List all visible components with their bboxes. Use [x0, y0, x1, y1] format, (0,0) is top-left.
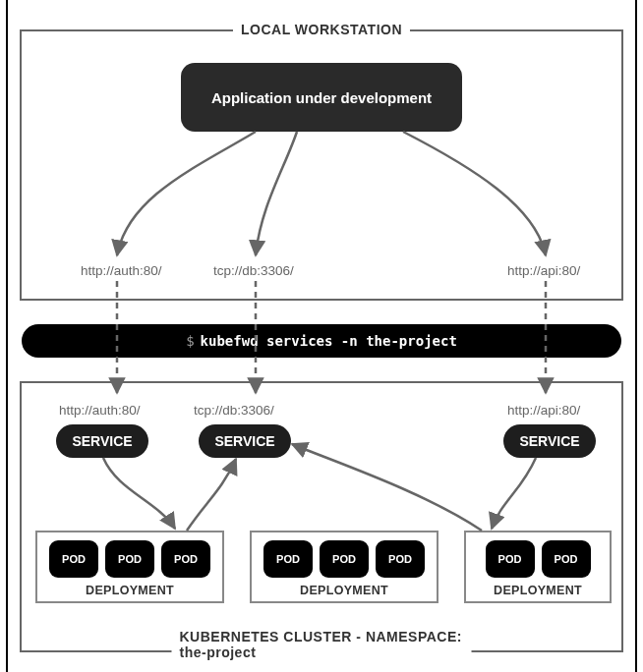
pod: POD: [320, 540, 369, 578]
local-url-auth: http://auth:80/: [81, 263, 162, 278]
cluster-url-api: http://api:80/: [507, 403, 580, 418]
service-auth: SERVICE: [56, 424, 148, 458]
deployment-label: DEPLOYMENT: [466, 584, 610, 597]
deployment-auth: POD POD POD DEPLOYMENT: [35, 531, 224, 603]
local-url-db: tcp://db:3306/: [213, 263, 294, 278]
kubernetes-cluster-label: KUBERNETES CLUSTER - NAMESPACE: the-proj…: [172, 629, 472, 660]
local-workstation-box: LOCAL WORKSTATION Application under deve…: [20, 29, 623, 301]
pod: POD: [376, 540, 425, 578]
pod: POD: [105, 540, 154, 578]
pod: POD: [161, 540, 210, 578]
deployment-label: DEPLOYMENT: [37, 584, 222, 597]
service-label: SERVICE: [72, 433, 132, 449]
command-prompt: $: [186, 333, 194, 349]
pod-row: POD POD POD: [37, 540, 222, 578]
deployment-api: POD POD DEPLOYMENT: [464, 531, 612, 603]
service-api: SERVICE: [503, 424, 596, 458]
service-db: SERVICE: [199, 424, 291, 458]
cluster-url-db: tcp://db:3306/: [194, 403, 274, 418]
local-workstation-label: LOCAL WORKSTATION: [233, 22, 410, 37]
pod-row: POD POD: [466, 540, 610, 578]
cluster-url-auth: http://auth:80/: [59, 403, 141, 418]
kubernetes-cluster-box: KUBERNETES CLUSTER - NAMESPACE: the-proj…: [20, 381, 623, 652]
pod: POD: [263, 540, 313, 578]
pod: POD: [49, 540, 98, 578]
service-label: SERVICE: [519, 433, 579, 449]
app-under-development-box: Application under development: [181, 63, 462, 132]
pod: POD: [486, 540, 535, 578]
pod-row: POD POD POD: [252, 540, 437, 578]
deployment-db: POD POD POD DEPLOYMENT: [250, 531, 438, 603]
local-url-api: http://api:80/: [507, 263, 580, 278]
app-under-development-label: Application under development: [211, 89, 432, 106]
pod: POD: [542, 540, 591, 578]
deployment-label: DEPLOYMENT: [252, 584, 437, 597]
command-text: kubefwd services -n the-project: [201, 333, 457, 349]
kubefwd-command: $ kubefwd services -n the-project: [22, 324, 621, 358]
service-label: SERVICE: [214, 433, 274, 449]
